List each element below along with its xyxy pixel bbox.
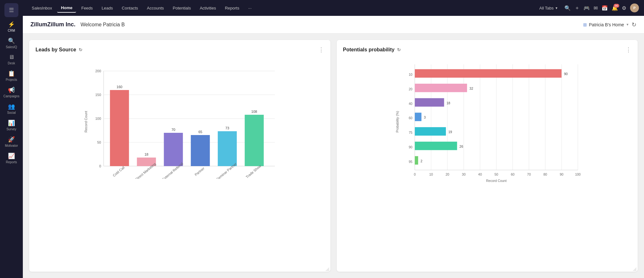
svg-text:18: 18 [446,101,450,105]
bar-prob-75[interactable] [415,127,446,136]
refresh-button[interactable]: ↻ [632,21,636,28]
sidebar-item-projects[interactable]: 📋 Projects [0,68,23,84]
nav-item-reports[interactable]: Reports [221,4,243,12]
nav-item-salesinbox[interactable]: SalesInbox [28,4,56,12]
potentials-chart-menu-button[interactable]: ⋮ [626,46,631,53]
sidebar-item-label: Motivator [5,144,18,147]
sidebar-item-reports[interactable]: 📈 Reports [0,150,23,166]
svg-text:50: 50 [97,140,101,144]
nav-item-leads[interactable]: Leads [98,4,117,12]
sidebar-item-social[interactable]: 👥 Social [0,100,23,117]
svg-text:0: 0 [414,173,416,176]
svg-text:Record Count: Record Count [486,179,507,183]
home-selector[interactable]: ⊞ Patricia B's Home ▼ [583,22,629,27]
calendar-button[interactable]: 📅 [602,5,608,11]
svg-text:150: 150 [95,93,101,97]
nav-item-feeds[interactable]: Feeds [77,4,96,12]
svg-text:200: 200 [95,69,101,73]
bar-partner[interactable] [191,135,210,166]
notifications-button[interactable]: 🔔 96 [612,5,618,11]
svg-text:40: 40 [478,173,482,176]
svg-text:0: 0 [99,164,101,168]
desk-icon: 🖥 [9,54,14,61]
projects-icon: 📋 [8,70,15,77]
sidebar-item-survey[interactable]: 📊 Survey [0,117,23,133]
leads-chart-header: Leads by Source ↻ ⋮ [36,46,324,53]
sidebar-item-label: SalesIQ [6,45,17,49]
nav-item-activities[interactable]: Activities [196,4,220,12]
chevron-down-icon: ▼ [555,6,558,10]
bar-trade-show[interactable] [245,115,264,166]
sidebar-item-crm[interactable]: ⚡ CRM [0,18,23,35]
bar-prob-90[interactable] [415,142,457,150]
svg-text:100: 100 [95,117,101,120]
svg-text:20: 20 [408,87,412,91]
svg-text:90: 90 [408,145,412,149]
survey-icon: 📊 [8,120,15,126]
hamburger-menu-button[interactable]: ☰ [4,3,18,17]
bar-cold-call[interactable] [110,90,129,166]
bar-prob-20[interactable] [415,84,467,92]
nav-item-accounts[interactable]: Accounts [143,4,167,12]
welcome-message: Welcome Patricia B [81,22,125,28]
sidebar-item-label: Projects [6,78,17,81]
settings-button[interactable]: ⚙ [622,5,626,11]
svg-text:10: 10 [429,173,433,176]
dashboard: Leads by Source ↻ ⋮ Record Count [23,34,644,278]
sidebar-item-label: CRM [8,29,15,32]
nav-item-more[interactable]: ··· [244,4,256,12]
svg-text:108: 108 [251,110,257,113]
leads-chart-svg: Record Count 0 50 100 150 [36,58,324,179]
svg-text:Record Count: Record Count [84,111,88,133]
sidebar-item-desk[interactable]: 🖥 Desk [0,51,23,68]
svg-text:75: 75 [408,131,412,134]
bar-prob-40[interactable] [415,98,444,107]
svg-text:95: 95 [408,160,412,164]
header-bar: Zillum Zillum Inc. Zillum Inc. Welcome P… [23,16,644,34]
svg-text:73: 73 [225,126,229,130]
svg-text:160: 160 [117,85,122,89]
mail-button[interactable]: ✉ [594,5,598,11]
sidebar-item-motivator[interactable]: 🚀 Motivator [0,133,23,150]
svg-text:20: 20 [446,173,449,176]
gamepad-button[interactable]: 🎮 [583,5,590,11]
svg-text:90: 90 [564,72,568,76]
brand: Zillum Zillum Inc. [30,21,47,28]
header-right: ⊞ Patricia B's Home ▼ ↻ [583,21,636,28]
sidebar-item-campaigns[interactable]: 📢 Campaigns [0,84,23,100]
bar-seminar-partner[interactable] [218,131,237,166]
svg-text:Probability (%): Probability (%) [395,111,399,133]
nav-item-potentials[interactable]: Potentials [169,4,195,12]
leads-chart-menu-button[interactable]: ⋮ [318,46,324,53]
svg-text:26: 26 [459,145,463,148]
search-button[interactable]: 🔍 [564,5,571,11]
leads-by-source-card: Leads by Source ↻ ⋮ Record Count [29,40,330,272]
bar-prob-10[interactable] [415,69,562,78]
svg-text:10: 10 [408,73,412,76]
campaigns-icon: 📢 [8,87,15,94]
resize-handle-potentials[interactable] [633,267,636,270]
svg-text:60: 60 [511,173,514,176]
potentials-chart-refresh-button[interactable]: ↻ [397,47,401,52]
sidebar: ☰ ⚡ CRM 🔍 SalesIQ 🖥 Desk 📋 Projects 📢 Ca… [0,0,23,278]
bar-external-referral[interactable] [164,133,183,166]
motivator-icon: 🚀 [8,136,15,143]
svg-text:Cold Call: Cold Call [112,165,125,178]
avatar[interactable]: P [630,3,639,12]
nav-item-contacts[interactable]: Contacts [118,4,142,12]
all-tabs-button[interactable]: All Tabs ▼ [537,4,561,12]
notification-count-badge: 96 [614,4,619,8]
svg-text:80: 80 [543,173,547,176]
sidebar-item-label: Campaigns [3,94,20,98]
nav-item-home[interactable]: Home [57,3,76,13]
bar-prob-60[interactable] [415,113,421,121]
svg-text:32: 32 [469,87,473,90]
leads-chart-refresh-button[interactable]: ↻ [79,47,82,52]
add-button[interactable]: ＋ [575,5,580,11]
bar-prob-95[interactable] [415,156,418,165]
resize-handle[interactable] [325,267,329,270]
svg-text:60: 60 [408,116,412,120]
svg-text:90: 90 [560,173,563,176]
potentials-chart-title: Potentials probability ↻ [343,47,401,53]
sidebar-item-salesiq[interactable]: 🔍 SalesIQ [0,35,23,51]
